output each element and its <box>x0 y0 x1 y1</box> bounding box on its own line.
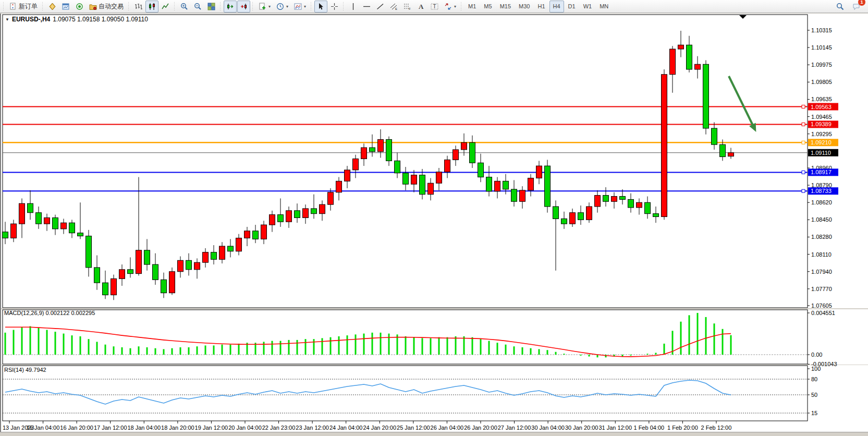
time-axis-label: 25 Jan 12:00 <box>397 425 430 431</box>
tile-windows-button[interactable] <box>205 1 218 13</box>
candle <box>411 175 417 185</box>
zoom-out-icon <box>194 3 202 10</box>
candle <box>386 139 392 161</box>
candle <box>219 246 225 259</box>
candle <box>595 196 601 207</box>
price-axis-label: 1.08110 <box>811 251 832 258</box>
data-window-button[interactable] <box>59 1 72 13</box>
candle <box>545 166 551 207</box>
arrows-button[interactable]: ▾ <box>442 1 459 13</box>
timeframe-w1-button[interactable]: W1 <box>580 1 596 13</box>
candle <box>153 264 158 280</box>
rsi-indicator-label: RSI(14) 49.7942 <box>4 367 46 373</box>
candle <box>169 272 175 293</box>
candle <box>261 225 267 239</box>
toolbar-group-grip[interactable] <box>310 2 313 10</box>
chevron-down-icon[interactable]: ▾ <box>454 4 456 9</box>
bar-chart-button[interactable] <box>132 1 145 13</box>
timeframe-m30-button[interactable]: M30 <box>515 1 533 13</box>
line-chart-button[interactable] <box>159 1 172 13</box>
support-line-1-handle[interactable] <box>802 171 805 174</box>
panel-separator[interactable] <box>1 308 868 309</box>
indicators-button[interactable]: ▾ <box>256 1 273 13</box>
notifications-button[interactable]: 1 <box>850 1 863 13</box>
candle <box>703 64 709 128</box>
candle <box>520 190 525 201</box>
templates-button[interactable]: ▾ <box>291 1 309 13</box>
horizontal-line-button[interactable] <box>360 1 373 13</box>
candle <box>470 142 475 163</box>
toolbar-group-grip[interactable] <box>343 2 345 10</box>
search-button[interactable] <box>834 1 847 13</box>
zoom-in-button[interactable] <box>178 1 191 13</box>
candle <box>320 204 325 214</box>
candle <box>728 153 734 156</box>
time-axis-label: 30 Jan 20:00 <box>565 425 598 431</box>
new-order-button[interactable]: 新订单 <box>7 1 40 13</box>
text-label-button[interactable]: T <box>428 1 441 13</box>
candle <box>11 224 17 238</box>
timeframe-m5-button[interactable]: M5 <box>480 1 495 13</box>
vline-icon <box>349 3 357 10</box>
auto-scroll-button[interactable] <box>224 1 237 13</box>
resistance-line-1-handle[interactable] <box>802 105 805 108</box>
periods-button[interactable]: ▾ <box>274 1 291 13</box>
chevron-down-icon[interactable]: ▾ <box>268 4 271 9</box>
cursor-button[interactable] <box>314 1 327 13</box>
panel-separator[interactable] <box>1 365 868 365</box>
candle <box>478 163 484 177</box>
window-bottom-edge <box>0 432 868 436</box>
candle <box>428 183 434 194</box>
rsi-panel-frame <box>3 366 808 421</box>
trendline-button[interactable] <box>374 1 387 13</box>
candle <box>695 64 701 69</box>
timeframe-m1-button[interactable]: M1 <box>464 1 480 13</box>
timeframe-m15-button[interactable]: M15 <box>496 1 515 13</box>
toolbar-group-grip[interactable] <box>128 2 130 10</box>
chart-shift-button[interactable] <box>237 1 250 13</box>
toolbar-group-grip[interactable] <box>219 2 222 10</box>
tile-windows-icon <box>207 3 215 10</box>
signal-icon <box>76 3 83 10</box>
timeframe-h4-button[interactable]: H4 <box>549 1 564 13</box>
toolbar-group-grip[interactable] <box>460 2 463 10</box>
candle <box>511 189 517 201</box>
time-axis[interactable]: 13 Jan 202316 Jan 04:0016 Jan 20:0017 Ja… <box>3 421 731 431</box>
candle <box>94 268 100 283</box>
toolbar-group-grip[interactable] <box>3 2 5 10</box>
zoom-out-button[interactable] <box>191 1 204 13</box>
time-axis-label: 1 Feb 04:00 <box>633 425 664 431</box>
chevron-down-icon[interactable]: ▾ <box>304 4 306 9</box>
one-click-trading-collapse-icon[interactable]: ▼ <box>5 17 9 22</box>
text-button[interactable]: A <box>414 1 427 13</box>
crosshair-button[interactable] <box>328 1 341 13</box>
candlestick-chart-button[interactable] <box>145 1 158 13</box>
toolbar-group-grip[interactable] <box>42 2 44 10</box>
time-axis-label: 1 Feb 20:00 <box>667 425 698 431</box>
resistance-line-2-handle[interactable] <box>802 123 805 126</box>
chevron-down-icon[interactable]: ▾ <box>286 4 288 9</box>
vertical-line-button[interactable] <box>347 1 360 13</box>
timeframe-mn-button[interactable]: MN <box>596 1 612 13</box>
pivot-line-handle[interactable] <box>802 141 805 144</box>
candle <box>586 207 592 220</box>
rsi-axis-label: 80 <box>811 376 817 382</box>
fibonacci-button[interactable]: F <box>401 1 414 13</box>
candle <box>495 181 500 191</box>
toolbar-group-grip[interactable] <box>174 2 176 10</box>
equidistant-channel-button[interactable]: E <box>387 1 400 13</box>
bar-chart-icon <box>135 3 142 10</box>
autotrade-button-label: 自动交易 <box>99 2 124 11</box>
strategy-signal-button[interactable] <box>73 1 86 13</box>
candle <box>186 260 192 270</box>
time-axis-label: 20 Jan 04:00 <box>228 425 262 431</box>
market-watch-button[interactable] <box>46 1 59 13</box>
timeframe-h1-button[interactable]: H1 <box>534 1 548 13</box>
toolbar-group-grip[interactable] <box>252 2 254 10</box>
candle <box>136 250 142 274</box>
candle <box>570 213 576 224</box>
timeframe-d1-button[interactable]: D1 <box>565 1 579 13</box>
autotrade-button[interactable]: 自动交易 <box>87 1 126 13</box>
support-line-2-handle[interactable] <box>802 189 805 192</box>
candle <box>144 250 150 264</box>
